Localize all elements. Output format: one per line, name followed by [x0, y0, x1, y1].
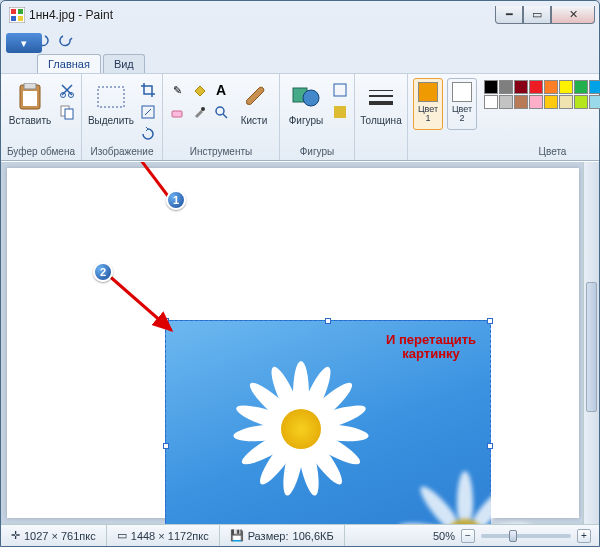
- palette-swatch[interactable]: [529, 80, 543, 94]
- svg-rect-15: [98, 87, 124, 107]
- tab-view[interactable]: Вид: [103, 54, 145, 73]
- copy-icon[interactable]: [57, 102, 77, 122]
- fillshape-icon[interactable]: [330, 102, 350, 122]
- close-button[interactable]: ✕: [551, 6, 595, 24]
- group-shapes: Фигуры Фигуры: [280, 74, 355, 160]
- eraser-icon[interactable]: [167, 102, 187, 122]
- canvas[interactable]: И перетащить картинку: [7, 168, 579, 518]
- outline-icon[interactable]: [330, 80, 350, 100]
- palette-swatch[interactable]: [484, 80, 498, 94]
- zoom-out-button[interactable]: −: [461, 529, 475, 543]
- svg-point-19: [216, 107, 224, 115]
- cut-icon[interactable]: [57, 80, 77, 100]
- resize-icon[interactable]: [138, 102, 158, 122]
- svg-rect-3: [11, 16, 16, 21]
- palette-swatch[interactable]: [484, 95, 498, 109]
- palette-swatch[interactable]: [529, 95, 543, 109]
- fill-icon[interactable]: [189, 80, 209, 100]
- palette-swatch[interactable]: [499, 95, 513, 109]
- shapes-icon: [290, 81, 322, 113]
- svg-rect-22: [334, 84, 346, 96]
- titlebar: 1нн4.jpg - Paint ━ ▭ ✕: [1, 1, 599, 29]
- shapes-button[interactable]: Фигуры: [284, 76, 328, 146]
- svg-rect-4: [18, 16, 23, 21]
- svg-rect-23: [334, 106, 346, 118]
- palette-swatch[interactable]: [559, 95, 573, 109]
- pencil-icon[interactable]: ✎: [167, 80, 187, 100]
- select-button[interactable]: Выделить: [86, 76, 136, 146]
- svg-rect-10: [23, 91, 37, 106]
- thickness-icon: [365, 81, 397, 113]
- palette-swatch[interactable]: [589, 80, 600, 94]
- brushes-button[interactable]: Кисти: [233, 76, 275, 146]
- group-image: Выделить Изображение: [82, 74, 163, 160]
- color2-swatch: [452, 82, 472, 102]
- color1-button[interactable]: Цвет 1: [413, 78, 443, 130]
- picker-icon[interactable]: [189, 102, 209, 122]
- file-menu-button[interactable]: ▾: [6, 33, 42, 53]
- rotate-icon[interactable]: [138, 124, 158, 144]
- clipboard-icon: [14, 81, 46, 113]
- svg-point-21: [303, 90, 319, 106]
- color-palette[interactable]: [484, 76, 600, 109]
- status-size: 💾Размер: 106,6КБ: [220, 525, 345, 546]
- paint-window: 1нн4.jpg - Paint ━ ▭ ✕ ▾ Главная Вид Вст…: [0, 0, 600, 547]
- palette-swatch[interactable]: [544, 95, 558, 109]
- status-cursor: ✛1027 × 761пкс: [1, 525, 107, 546]
- cursor-icon: ✛: [11, 529, 20, 542]
- brush-icon: [238, 81, 270, 113]
- vertical-scrollbar[interactable]: [583, 162, 599, 524]
- crop-icon[interactable]: [138, 80, 158, 100]
- annotation-badge-1: 1: [166, 190, 186, 210]
- palette-swatch[interactable]: [589, 95, 600, 109]
- canvas-area: И перетащить картинку 1 2: [1, 161, 599, 524]
- annotation-text: И перетащить картинку: [386, 333, 476, 362]
- palette-swatch[interactable]: [499, 80, 513, 94]
- text-icon[interactable]: A: [211, 80, 231, 100]
- zoom-slider[interactable]: [481, 534, 571, 538]
- palette-swatch[interactable]: [544, 80, 558, 94]
- maximize-button[interactable]: ▭: [523, 6, 551, 24]
- group-colors: Цвет 1 Цвет 2 Изменение цветов Цвета: [408, 74, 600, 160]
- redo-icon[interactable]: [57, 31, 75, 49]
- tab-home[interactable]: Главная: [37, 54, 101, 73]
- window-title: 1нн4.jpg - Paint: [29, 8, 495, 22]
- annotation-badge-2: 2: [93, 262, 113, 282]
- svg-rect-17: [172, 111, 182, 117]
- zoom-in-button[interactable]: +: [577, 529, 591, 543]
- zoom-controls: 50% − +: [425, 529, 599, 543]
- selected-image[interactable]: И перетащить картинку: [165, 320, 491, 524]
- status-selection: ▭1448 × 1172пкс: [107, 525, 220, 546]
- svg-rect-14: [65, 109, 73, 119]
- palette-swatch[interactable]: [514, 80, 528, 94]
- thickness-button[interactable]: Толщина: [359, 76, 403, 146]
- status-bar: ✛1027 × 761пкс ▭1448 × 1172пкс 💾Размер: …: [1, 524, 599, 546]
- selection-rect-icon: [95, 81, 127, 113]
- selection-size-icon: ▭: [117, 529, 127, 542]
- group-tools: ✎ A Кисти Инструменты: [163, 74, 280, 160]
- color1-swatch: [418, 82, 438, 102]
- paint-app-icon: [9, 7, 25, 23]
- flower-image: [226, 351, 376, 501]
- svg-rect-1: [11, 9, 16, 14]
- palette-swatch[interactable]: [574, 95, 588, 109]
- magnifier-icon[interactable]: [211, 102, 231, 122]
- flower-image-bg: [390, 461, 510, 524]
- ribbon-tabs: Главная Вид: [1, 51, 599, 73]
- svg-point-18: [201, 107, 205, 111]
- paste-button[interactable]: Вставить: [5, 76, 55, 146]
- minimize-button[interactable]: ━: [495, 6, 523, 24]
- svg-rect-2: [18, 9, 23, 14]
- palette-swatch[interactable]: [514, 95, 528, 109]
- quick-access-toolbar: [1, 29, 599, 51]
- group-thickness: Толщина: [355, 74, 408, 160]
- disk-icon: 💾: [230, 529, 244, 542]
- zoom-value: 50%: [433, 530, 455, 542]
- color2-button[interactable]: Цвет 2: [447, 78, 477, 130]
- palette-swatch[interactable]: [574, 80, 588, 94]
- ribbon: Вставить Буфер обмена Выделить: [1, 73, 599, 161]
- svg-rect-9: [24, 83, 36, 89]
- palette-swatch[interactable]: [559, 80, 573, 94]
- group-clipboard: Вставить Буфер обмена: [1, 74, 82, 160]
